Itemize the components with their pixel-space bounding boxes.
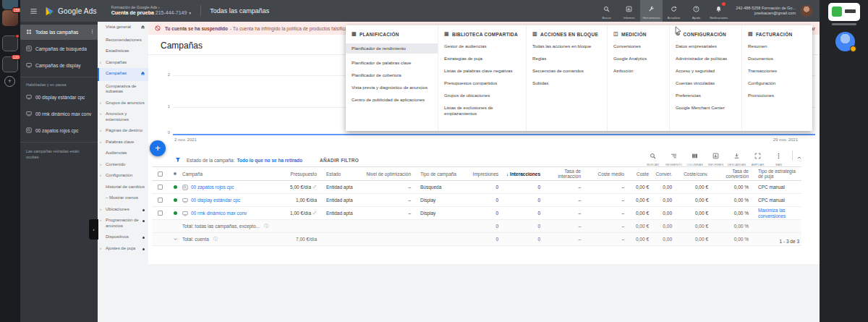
menu-item[interactable]: Listas de exclusiones de emplazamientos bbox=[444, 105, 520, 116]
menu-item[interactable]: Reglas bbox=[532, 56, 601, 62]
sidebar-item-anuncios-y-extensiones[interactable]: ›Anuncios y extensiones bbox=[98, 109, 148, 125]
menu-item[interactable]: Listas de palabras clave negativas bbox=[444, 68, 520, 74]
menu-item[interactable]: Estrategias de puja bbox=[444, 56, 520, 62]
menu-item[interactable]: Centro de publicidad de aplicaciones bbox=[352, 97, 432, 103]
sidebar-item-programaci-n-de-anuncios[interactable]: ›Programación de anuncios bbox=[98, 215, 148, 232]
sidebar-item-ajustes-de-puja[interactable]: ›Ajustes de puja bbox=[98, 243, 148, 255]
notificaciones-button[interactable]: Notificaciones bbox=[707, 0, 730, 22]
avatar[interactable] bbox=[801, 5, 812, 17]
dark-nav-item[interactable]: Campañas de display bbox=[20, 58, 98, 73]
table-row[interactable]: 00 display estándar cpc1,00 €/díaEntidad… bbox=[152, 194, 801, 207]
informes-button[interactable]: INFORMES bbox=[706, 149, 726, 166]
column-header-coste[interactable]: Coste bbox=[626, 171, 651, 177]
column-header-tipo[interactable]: Tipo de campaña bbox=[413, 171, 461, 177]
collapse-table-icon[interactable] bbox=[796, 151, 802, 164]
collapse-panel-handle[interactable]: ‹ bbox=[89, 219, 98, 240]
dark-nav-item[interactable]: Campañas de búsqueda bbox=[20, 41, 98, 56]
menu-item[interactable]: Grupos de ubicaciones bbox=[444, 93, 520, 98]
sidebar-item-palabras-clave[interactable]: ›Palabras clave bbox=[98, 137, 148, 148]
add-app-button[interactable]: + bbox=[4, 76, 15, 87]
column-header-estado[interactable]: Estado bbox=[319, 171, 361, 177]
column-header-budget[interactable]: Presupuesto bbox=[274, 171, 319, 177]
column-header-tasa_interaccion[interactable]: Tasa de interacción bbox=[542, 169, 583, 179]
campaign-link[interactable]: 00 display estándar cpc bbox=[191, 198, 240, 203]
menu-item[interactable]: Promociones bbox=[748, 93, 807, 98]
table-row[interactable]: 00 zapatos rojos cpc5,00 €/díaEntidad ap… bbox=[152, 181, 801, 194]
menu-item[interactable]: Conversiones bbox=[613, 43, 663, 49]
kebab-menu-icon[interactable] bbox=[90, 28, 95, 35]
sidebar-item-ubicaciones[interactable]: ›Ubicaciones bbox=[98, 204, 148, 216]
menu-item[interactable]: Acceso y seguridad bbox=[676, 68, 736, 74]
informes-button[interactable]: Informes bbox=[618, 0, 640, 22]
ampliar-button[interactable]: AMPLIAR bbox=[748, 149, 767, 166]
menu-item[interactable]: Presupuestos compartidos bbox=[444, 80, 520, 86]
sidebar-item-p-ginas-de-destino[interactable]: ›Páginas de destino bbox=[98, 125, 148, 137]
sidebar-item-campa-as[interactable]: ›Campañas bbox=[98, 57, 148, 69]
actualizar-button[interactable]: Actualizar bbox=[663, 0, 685, 22]
column-header-tasa_conv[interactable]: Tasa de conversión bbox=[710, 169, 751, 179]
menu-item[interactable]: Planificador de palabras clave bbox=[352, 60, 432, 66]
account-picker[interactable]: Formación de Google Ads › Cuenta de prue… bbox=[111, 5, 192, 17]
más-button[interactable]: MÁS bbox=[769, 149, 788, 166]
menu-item[interactable]: Atribución bbox=[613, 68, 663, 74]
hamburger-menu-icon[interactable] bbox=[25, 7, 42, 15]
menu-item[interactable]: Planificador de cobertura bbox=[352, 72, 432, 78]
column-header-coste_conv[interactable]: Coste/conv. bbox=[674, 171, 710, 177]
app-2-icon[interactable]: 158 bbox=[2, 10, 18, 26]
total-expander[interactable] bbox=[168, 237, 182, 242]
menu-item[interactable]: Planificador de rendimiento bbox=[346, 43, 438, 54]
menu-item[interactable]: Google Merchant Center bbox=[676, 105, 736, 111]
column-header-nivel[interactable]: Nivel de optimización bbox=[361, 171, 413, 177]
menu-item[interactable]: Datos empresariales bbox=[676, 43, 736, 49]
dark-nav-campaign-item[interactable]: 00 zapatos rojos cpc bbox=[20, 123, 98, 138]
ayuda-button[interactable]: ?Ayuda bbox=[685, 0, 707, 22]
menu-item[interactable]: Todas las acciones en bloque bbox=[532, 43, 601, 49]
campaign-link[interactable]: 00 rmk dinámico max conv bbox=[191, 211, 247, 216]
right-dock-app-icon[interactable] bbox=[828, 3, 860, 21]
filter-value[interactable]: Todo lo que no se ha retirado bbox=[237, 158, 303, 163]
sidebar-item-historial-de-cambios[interactable]: Historial de cambios bbox=[98, 182, 148, 193]
column-header-impresiones[interactable]: Impresiones bbox=[461, 171, 501, 177]
columnas-button[interactable]: COLUMNAS bbox=[685, 149, 705, 166]
edit-budget-icon[interactable] bbox=[312, 211, 317, 216]
buscar-button[interactable]: Buscar bbox=[595, 0, 618, 22]
app-3-icon[interactable] bbox=[2, 35, 18, 51]
menu-item[interactable]: Gestor de audiencias bbox=[444, 43, 520, 49]
sidebar-item-comparativa-de-subastas[interactable]: Comparativa de subastas bbox=[98, 81, 148, 98]
table-row[interactable]: 00 rmk dinámico max conv1,00 €/díaEntida… bbox=[152, 207, 801, 220]
pagination[interactable]: 1 - 3 de 3 bbox=[780, 239, 799, 244]
menu-item[interactable]: Cuentas vinculadas bbox=[676, 80, 736, 86]
menu-item[interactable]: Vista previa y diagnóstico de anuncios bbox=[352, 85, 432, 90]
segmento-button[interactable]: SEGMENTO bbox=[664, 149, 684, 166]
column-header-interacciones[interactable]: ↓ Interacciones bbox=[501, 171, 542, 177]
sidebar-item-vista-general[interactable]: Vista general bbox=[98, 22, 148, 35]
menu-item[interactable]: Subidas bbox=[532, 80, 601, 86]
sidebar-item-estad-sticas[interactable]: Estadísticas bbox=[98, 46, 148, 57]
buscar-button[interactable]: BUSCAR bbox=[643, 149, 663, 166]
new-campaign-button[interactable]: + bbox=[150, 140, 166, 156]
add-filter-button[interactable]: AÑADIR FILTRO bbox=[320, 158, 359, 163]
chevron-down-icon[interactable] bbox=[173, 237, 178, 242]
app-4-icon[interactable]: 120 bbox=[2, 56, 18, 72]
sidebar-item-contenido[interactable]: ›Contenido bbox=[98, 159, 148, 171]
column-header-conver[interactable]: Conver. bbox=[651, 171, 674, 177]
column-header-puja[interactable]: Tipo de estrategia de puja bbox=[751, 169, 801, 179]
menu-item[interactable]: Documentos bbox=[748, 56, 807, 62]
menu-item[interactable]: Configuración bbox=[748, 80, 807, 86]
sidebar-item-campa-as[interactable]: Campañas bbox=[98, 68, 148, 81]
menu-item[interactable]: Resumen bbox=[748, 43, 807, 49]
edit-budget-icon[interactable] bbox=[312, 185, 317, 190]
row-checkbox[interactable] bbox=[152, 185, 168, 190]
menu-item[interactable]: Preferencias bbox=[676, 93, 736, 98]
menu-item[interactable]: Transacciones bbox=[748, 68, 807, 74]
sidebar-item-recomendaciones[interactable]: Recomendaciones bbox=[98, 35, 148, 46]
sidebar-item-grupos-de-anuncios[interactable]: ›Grupos de anuncios bbox=[98, 98, 148, 109]
dark-nav-item[interactable]: Todas las campañas bbox=[20, 25, 98, 40]
dark-nav-campaign-item[interactable]: 00 display estándar cpc bbox=[20, 90, 98, 105]
campaign-link[interactable]: 00 zapatos rojos cpc bbox=[191, 185, 234, 190]
sidebar-item-dispositivos[interactable]: Dispositivos bbox=[98, 232, 148, 243]
sidebar-item-configuraci-n[interactable]: ›Configuración bbox=[98, 170, 148, 182]
menu-item[interactable]: Secuencias de comandos bbox=[532, 68, 601, 74]
row-checkbox[interactable] bbox=[152, 198, 168, 203]
column-header-coste_medio[interactable]: Coste medio bbox=[583, 171, 626, 177]
